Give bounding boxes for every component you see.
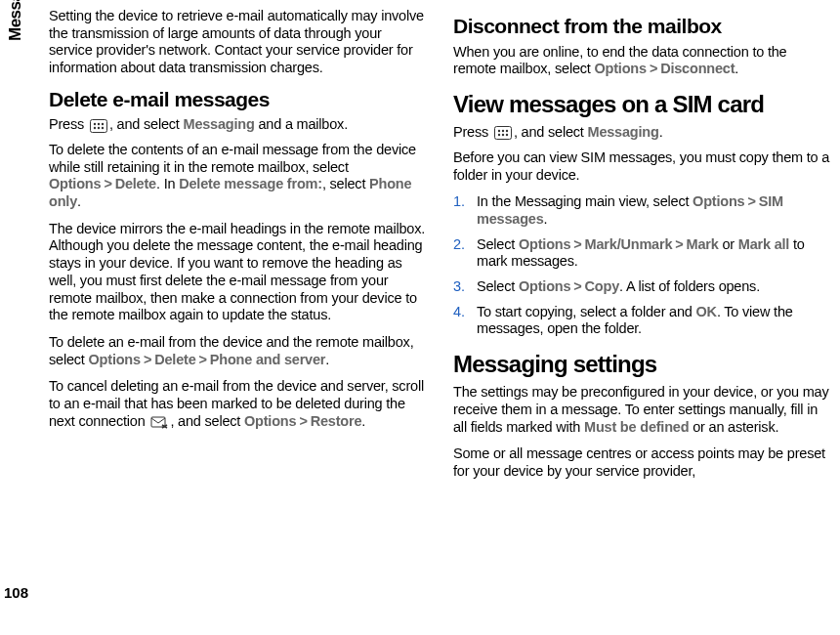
settings-paragraph-1: The settings may be preconfigured in you… — [453, 384, 830, 436]
disconnect-label: Disconnect — [660, 61, 735, 76]
svg-point-13 — [506, 130, 508, 132]
sim-step-4: To start copying, select a folder and OK… — [453, 304, 830, 338]
heading-messaging-settings: Messaging settings — [453, 350, 830, 378]
chevron-separator: > — [672, 236, 686, 252]
phone-and-server-label: Phone and server — [210, 352, 326, 367]
svg-point-4 — [94, 126, 96, 128]
options-label: Options — [519, 278, 570, 294]
chevron-separator: > — [647, 61, 660, 76]
heading-disconnect: Disconnect from the mailbox — [453, 14, 830, 39]
chevron-separator: > — [570, 236, 584, 252]
options-label: Options — [595, 61, 647, 76]
svg-point-12 — [502, 130, 504, 132]
options-label: Options — [693, 193, 744, 209]
page-number: 108 — [4, 584, 28, 601]
svg-rect-0 — [90, 119, 106, 132]
left-column: Setting the device to retrieve e-mail au… — [49, 8, 430, 627]
settings-paragraph-2: Some or all message centres or access po… — [453, 445, 830, 480]
chevron-separator: > — [196, 352, 210, 367]
options-label: Options — [244, 413, 296, 429]
svg-point-2 — [98, 122, 100, 124]
delete-label: Delete — [154, 352, 195, 367]
cancel-delete-paragraph: To cancel deleting an e-mail from the de… — [49, 378, 426, 430]
svg-point-6 — [102, 126, 104, 128]
messaging-link: Messaging — [588, 124, 659, 140]
section-title-vertical: Messaging — [6, 0, 25, 41]
delete-both-paragraph: To delete an e-mail from the device and … — [49, 334, 426, 368]
svg-point-1 — [94, 122, 96, 124]
disconnect-paragraph: When you are online, to end the data con… — [453, 44, 830, 78]
sim-step-2: Select Options>Mark/Unmark>Mark or Mark … — [453, 236, 830, 271]
svg-point-14 — [498, 134, 500, 136]
heading-delete-email: Delete e-mail messages — [49, 87, 426, 112]
sim-step-3: Select Options>Copy. A list of folders o… — [453, 278, 830, 296]
chevron-separator: > — [101, 176, 114, 191]
copy-label: Copy — [585, 278, 619, 294]
right-column: Disconnect from the mailbox When you are… — [449, 8, 830, 627]
options-label: Options — [49, 176, 101, 191]
options-label: Options — [89, 352, 141, 367]
svg-point-3 — [102, 122, 104, 124]
ok-label: OK — [696, 304, 717, 319]
sim-step-1: In the Messaging main view, select Optio… — [453, 193, 830, 228]
svg-rect-10 — [494, 127, 511, 140]
must-be-defined-label: Must be defined — [584, 419, 689, 435]
mark-unmark-label: Mark/Unmark — [585, 236, 673, 252]
chevron-separator: > — [141, 352, 154, 367]
page-container: Messaging 108 Setting the device to retr… — [0, 0, 840, 635]
chevron-separator: > — [296, 413, 310, 429]
intro-paragraph: Setting the device to retrieve e-mail au… — [49, 8, 426, 77]
chevron-separator: > — [570, 278, 584, 294]
menu-key-icon — [494, 126, 512, 140]
sim-intro-paragraph: Before you can view SIM messages, you mu… — [453, 149, 830, 184]
svg-point-5 — [98, 126, 100, 128]
chevron-separator: > — [744, 193, 758, 209]
svg-point-15 — [502, 134, 504, 136]
delete-message-from-label: Delete message from: — [179, 176, 322, 191]
delete-label: Delete — [115, 176, 156, 191]
sidebar: Messaging 108 — [0, 0, 35, 635]
envelope-delete-icon — [150, 415, 168, 429]
content-area: Setting the device to retrieve e-mail au… — [35, 0, 840, 635]
sim-steps-list: In the Messaging main view, select Optio… — [453, 193, 830, 338]
heading-sim-card: View messages on a SIM card — [453, 90, 830, 118]
restore-label: Restore — [311, 413, 362, 429]
mirror-paragraph: The device mirrors the e-mail headings i… — [49, 221, 426, 324]
options-label: Options — [519, 236, 570, 252]
menu-key-icon — [90, 119, 107, 133]
mark-all-label: Mark all — [738, 236, 789, 252]
delete-contents-paragraph: To delete the contents of an e-mail mess… — [49, 142, 426, 211]
svg-point-11 — [498, 130, 500, 132]
mark-label: Mark — [687, 236, 719, 252]
svg-point-16 — [506, 134, 508, 136]
press-instruction: Press , and select Messaging and a mailb… — [49, 116, 426, 134]
press-instruction-sim: Press , and select Messaging. — [453, 124, 830, 142]
messaging-link: Messaging — [184, 116, 255, 132]
